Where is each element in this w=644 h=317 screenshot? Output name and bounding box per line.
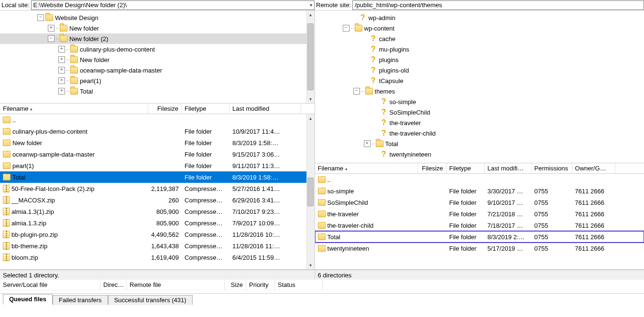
- tree-item[interactable]: ?tCapsule: [315, 75, 644, 86]
- remote-path-input[interactable]: /public_html/wp-content/themes: [352, 0, 644, 10]
- column-header-size[interactable]: Filesize: [418, 163, 447, 173]
- column-header-type[interactable]: Filetype: [447, 163, 485, 173]
- tree-item[interactable]: ?twentynineteen: [315, 149, 644, 159]
- list-row[interactable]: so-simpleFile folder3/30/2017 …07557611 …: [315, 185, 644, 197]
- collapse-icon[interactable]: −: [37, 14, 44, 21]
- expand-icon[interactable]: +: [58, 46, 65, 53]
- list-row[interactable]: __MACOSX.zip260Compresse…6/29/2016 3:41…: [0, 194, 315, 206]
- remote-tree[interactable]: ?wp-admin−wp-content?cache?mu-plugins?pl…: [315, 11, 644, 163]
- scroll-down-icon[interactable]: ▾: [309, 261, 312, 269]
- tree-item[interactable]: +New folder: [0, 54, 315, 65]
- scroll-thumb[interactable]: [307, 23, 314, 90]
- tree-item[interactable]: +Total: [0, 86, 315, 96]
- tree-item-label: so-simple: [390, 98, 416, 106]
- collapse-icon[interactable]: −: [343, 25, 349, 32]
- transfer-queue-header[interactable]: Server/Local fileDirec…Remote fileSizePr…: [0, 280, 644, 290]
- collapse-icon[interactable]: −: [48, 35, 55, 42]
- column-header-name[interactable]: Filename▴: [315, 163, 418, 173]
- expand-icon[interactable]: +: [48, 25, 55, 32]
- column-header-perm[interactable]: Permissions: [532, 163, 572, 173]
- scrollbar[interactable]: ▴ ▾: [306, 114, 315, 269]
- list-row[interactable]: 50-Free-Flat-Icon-Pack (2).zip2,119,387C…: [0, 183, 315, 194]
- chevron-down-icon[interactable]: ▾: [310, 2, 312, 8]
- expand-icon[interactable]: +: [58, 67, 65, 74]
- local-tree[interactable]: −Website Design+New folder−New folder (2…: [0, 11, 315, 104]
- list-row[interactable]: pearl(1)File folder9/11/2017 11:3…: [0, 160, 315, 171]
- tab-queued-files[interactable]: Queued files: [3, 294, 53, 305]
- local-list-header[interactable]: Filename▴FilesizeFiletypeLast modified: [0, 104, 315, 114]
- scrollbar[interactable]: ▴ ▾: [306, 11, 315, 103]
- tree-item[interactable]: ?plugins-old: [315, 65, 644, 75]
- local-path-input[interactable]: E:\Website Design\New folder (2)\ ▾: [31, 0, 315, 10]
- tree-item[interactable]: +pearl(1): [0, 75, 315, 86]
- list-row[interactable]: bloom.zip1,619,409Compresse…6/4/2015 11:…: [0, 252, 315, 263]
- list-row[interactable]: twentynineteenFile folder5/17/2019 …0755…: [315, 243, 644, 254]
- scroll-down-icon[interactable]: ▾: [309, 95, 312, 103]
- tree-item[interactable]: −New folder (2): [0, 33, 315, 44]
- list-row[interactable]: ..: [0, 114, 315, 126]
- file-name: oceanwp-sample-data-master: [0, 151, 148, 158]
- list-row[interactable]: TotalFile folder8/3/2019 2:…07557611 266…: [315, 231, 644, 243]
- tree-item[interactable]: ?so-simple: [315, 96, 644, 107]
- list-row[interactable]: bb-plugin-pro.zip4,490,562Compresse…11/2…: [0, 229, 315, 240]
- list-row[interactable]: almia.1.3(1).zip805,900Compresse…7/10/20…: [0, 206, 315, 217]
- tree-item[interactable]: ?SoSimpleChild: [315, 107, 644, 117]
- tree-item[interactable]: +oceanwp-sample-data-master: [0, 65, 315, 75]
- list-row[interactable]: SoSimpleChildFile folder9/10/2017 …07557…: [315, 197, 644, 208]
- tree-item[interactable]: −wp-content: [315, 23, 644, 33]
- tree-item[interactable]: ?the-traveler-child: [315, 128, 644, 138]
- remote-list-header[interactable]: Filename▴FilesizeFiletypeLast modifi…Per…: [315, 163, 644, 174]
- cell-type: Compresse…: [182, 254, 229, 261]
- cell-type: File folder: [182, 162, 229, 169]
- column-header-owner[interactable]: Owner/G…: [572, 163, 615, 173]
- tree-item-label: New folder: [80, 56, 109, 63]
- expand-icon[interactable]: +: [58, 56, 65, 63]
- column-header-size[interactable]: Filesize: [148, 104, 182, 114]
- tree-item[interactable]: ?wp-admin: [315, 12, 644, 23]
- tree-item[interactable]: ?mu-plugins: [315, 44, 644, 54]
- list-row[interactable]: culinary-plus-demo-contentFile folder10/…: [0, 126, 315, 137]
- list-row[interactable]: the-traveler-childFile folder7/18/2017 ……: [315, 220, 644, 231]
- column-header-priority[interactable]: Priority: [246, 280, 275, 290]
- list-row[interactable]: bb-theme.zip1,643,438Compresse…11/28/201…: [0, 240, 315, 252]
- column-header-mod[interactable]: Last modified: [229, 104, 301, 114]
- list-row[interactable]: almia.1.3.zip805,900Compresse…7/9/2017 1…: [0, 217, 315, 229]
- list-row[interactable]: ..: [315, 174, 644, 185]
- scroll-thumb[interactable]: [307, 178, 314, 206]
- tree-item[interactable]: −themes: [315, 86, 644, 96]
- cell-type: Compresse…: [182, 185, 229, 192]
- unknown-icon: ?: [380, 150, 388, 158]
- collapse-icon[interactable]: −: [353, 88, 360, 95]
- column-header-mod[interactable]: Last modifi…: [485, 163, 532, 173]
- column-header-size[interactable]: Size: [225, 280, 246, 290]
- column-header-status[interactable]: Status: [275, 280, 323, 290]
- bottom-tabs[interactable]: Queued filesFailed transfersSuccessful t…: [0, 293, 644, 305]
- tree-item[interactable]: −Website Design: [0, 12, 315, 23]
- list-row[interactable]: oceanwp-sample-data-masterFile folder9/1…: [0, 148, 315, 160]
- tree-item[interactable]: +Total: [315, 138, 644, 149]
- tree-item[interactable]: ?cache: [315, 33, 644, 44]
- column-header-serverlocalfile[interactable]: Server/Local file: [0, 280, 100, 290]
- column-header-remotefile[interactable]: Remote file: [127, 280, 225, 290]
- column-header-name[interactable]: Filename▴: [0, 104, 148, 114]
- list-row[interactable]: TotalFile folder8/3/2019 1:58:…: [0, 171, 315, 183]
- cell-type: Compresse…: [182, 208, 229, 215]
- tree-item[interactable]: +New folder: [0, 23, 315, 33]
- tree-item[interactable]: ?plugins: [315, 54, 644, 65]
- expand-icon[interactable]: +: [58, 77, 65, 84]
- list-row[interactable]: New folderFile folder8/3/2019 1:58:…: [0, 137, 315, 148]
- expand-icon[interactable]: +: [364, 140, 371, 147]
- tab-successful-transfers------[interactable]: Successful transfers (431): [108, 295, 193, 305]
- column-header-direc[interactable]: Direc…: [100, 280, 127, 290]
- cell-mod: 9/15/2017 3:06…: [229, 151, 301, 158]
- list-row[interactable]: the-travelerFile folder7/21/2018 …075576…: [315, 208, 644, 220]
- tree-item[interactable]: +culinary-plus-demo-content: [0, 44, 315, 54]
- tab-failed-transfers[interactable]: Failed transfers: [53, 295, 108, 305]
- local-file-list[interactable]: ..culinary-plus-demo-contentFile folder1…: [0, 114, 315, 270]
- remote-file-list[interactable]: ..so-simpleFile folder3/30/2017 …0755761…: [315, 174, 644, 270]
- scroll-up-icon[interactable]: ▴: [309, 114, 312, 122]
- scroll-up-icon[interactable]: ▴: [309, 11, 312, 19]
- tree-item[interactable]: ?the-traveler: [315, 117, 644, 128]
- column-header-type[interactable]: Filetype: [182, 104, 229, 114]
- expand-icon[interactable]: +: [58, 88, 65, 95]
